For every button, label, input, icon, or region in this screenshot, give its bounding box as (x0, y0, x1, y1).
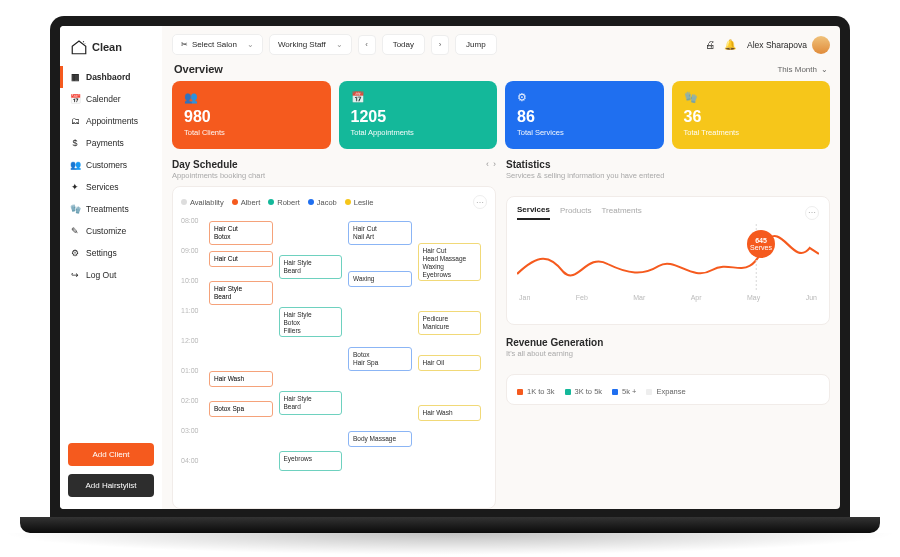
chip-text: Hair Style (284, 311, 338, 319)
chip-text: Hair Cut (214, 225, 268, 233)
month-dropdown[interactable]: This Month ⌄ (777, 65, 828, 74)
main: ✂ Select Salon ⌄ Working Staff ⌄ ‹ Today… (162, 26, 840, 509)
chip-text: Hair Oil (423, 359, 477, 367)
prev-day-button[interactable]: ‹ (358, 35, 376, 55)
appointment-chip[interactable]: Hair CutNail Art (348, 221, 412, 245)
chevron-down-icon: ⌄ (247, 40, 254, 49)
appointment-chip[interactable]: Hair StyleBeard (279, 391, 343, 415)
nav-icon: 👥 (70, 160, 80, 170)
add-client-button[interactable]: Add Client (68, 443, 154, 466)
stat-card: ⚙86Total Services (505, 81, 664, 149)
appointment-chip[interactable]: Hair StyleBeard (209, 281, 273, 305)
month-tick: Jan (519, 294, 530, 301)
schedule-next-button[interactable]: › (493, 159, 496, 169)
right-column: Statistics Services & selling informatio… (506, 159, 830, 509)
legend-item: Robert (268, 198, 300, 207)
month-tick: Feb (576, 294, 588, 301)
chip-text: Nail Art (353, 233, 407, 241)
next-day-button[interactable]: › (431, 35, 449, 55)
schedule-lane: Hair CutBotoxHair CutHair StyleBeardHair… (209, 215, 275, 485)
house-sparkle-icon (70, 38, 88, 56)
stats-tabs: ServicesProductsTreatments⋯ (517, 205, 819, 220)
card-value: 1205 (351, 108, 486, 126)
sidebar-item-calender[interactable]: 📅Calender (60, 88, 162, 110)
hour-label: 10:00 (181, 275, 207, 284)
appointment-chip[interactable]: Hair Wash (418, 405, 482, 421)
user-menu[interactable]: Alex Sharapova (747, 36, 830, 54)
legend-label: Jacob (317, 198, 337, 207)
day-schedule-section: Day Schedule Appointments booking chart … (172, 159, 496, 509)
sidebar-item-label: Appointments (86, 116, 138, 126)
appointment-chip[interactable]: Body Massage (348, 431, 412, 447)
sidebar-item-appointments[interactable]: 🗂Appointments (60, 110, 162, 132)
legend-swatch (565, 389, 571, 395)
legend-label: 5k + (622, 387, 636, 396)
chip-text: Botox Spa (214, 405, 268, 413)
appointment-chip[interactable]: PedicureManicure (418, 311, 482, 335)
logo: Clean (60, 34, 162, 66)
appointment-chip[interactable]: Botox Spa (209, 401, 273, 417)
appointment-chip[interactable]: Hair Wash (209, 371, 273, 387)
sidebar-item-label: Customize (86, 226, 126, 236)
schedule-box: AvailablityAlbertRobertJacobLeslie⋯ 08:0… (172, 186, 496, 509)
more-button[interactable]: ⋯ (473, 195, 487, 209)
chip-text: Beard (284, 403, 338, 411)
user-name: Alex Sharapova (747, 40, 807, 50)
schedule-prev-button[interactable]: ‹ (486, 159, 489, 169)
stat-cards: 👥980Total Clients📅1205Total Appointments… (172, 81, 830, 149)
appointment-chip[interactable]: Hair StyleBotoxFillers (279, 307, 343, 337)
sidebar-item-log-out[interactable]: ↪Log Out (60, 264, 162, 286)
more-button[interactable]: ⋯ (805, 206, 819, 220)
chip-text: Botox (353, 351, 407, 359)
bell-icon[interactable]: 🔔 (723, 38, 737, 52)
tab-treatments[interactable]: Treatments (602, 206, 642, 219)
sidebar-item-settings[interactable]: ⚙Settings (60, 242, 162, 264)
sidebar-item-customers[interactable]: 👥Customers (60, 154, 162, 176)
chevron-down-icon: ⌄ (821, 65, 828, 74)
nav-icon: 📅 (70, 94, 80, 104)
appointment-chip[interactable]: Hair StyleBeard (279, 255, 343, 279)
hour-label: 09:00 (181, 245, 207, 254)
stat-card: 👥980Total Clients (172, 81, 331, 149)
badge-label: Serves (750, 244, 772, 251)
sidebar-item-services[interactable]: ✦Services (60, 176, 162, 198)
tab-services[interactable]: Services (517, 205, 550, 220)
sidebar-item-customize[interactable]: ✎Customize (60, 220, 162, 242)
chip-text: Hair Cut (423, 247, 477, 255)
schedule-legend: AvailablityAlbertRobertJacobLeslie⋯ (181, 195, 487, 209)
schedule-subtitle: Appointments booking chart (172, 171, 265, 180)
add-hairstylist-button[interactable]: Add Hairstylist (68, 474, 154, 497)
appointment-chip[interactable]: Waxing (348, 271, 412, 287)
nav-icon: ✎ (70, 226, 80, 236)
card-value: 36 (684, 108, 819, 126)
chip-text: Hair Style (284, 259, 338, 267)
legend-label: Robert (277, 198, 300, 207)
print-icon[interactable]: 🖨 (703, 38, 717, 52)
appointment-chip[interactable]: BotoxHair Spa (348, 347, 412, 371)
revenue-legend-item: 1K to 3k (517, 387, 555, 396)
chip-text: Hair Cut (353, 225, 407, 233)
legend-swatch (517, 389, 523, 395)
appointment-chip[interactable]: Hair CutBotox (209, 221, 273, 245)
select-salon-dropdown[interactable]: ✂ Select Salon ⌄ (172, 34, 263, 55)
appointment-chip[interactable]: Hair CutHead MassageWaxingEyebrows (418, 243, 482, 281)
sidebar-item-dashbaord[interactable]: ▦Dashbaord (60, 66, 162, 88)
jump-button[interactable]: Jump (455, 34, 497, 55)
appointment-chip[interactable]: Hair Oil (418, 355, 482, 371)
hour-label: 03:00 (181, 425, 207, 434)
today-button[interactable]: Today (382, 34, 425, 55)
card-label: Total Services (517, 128, 652, 137)
sidebar-item-payments[interactable]: $Payments (60, 132, 162, 154)
working-staff-dropdown[interactable]: Working Staff ⌄ (269, 34, 352, 55)
sidebar-item-label: Dashbaord (86, 72, 130, 82)
nav-icon: ▦ (70, 72, 80, 82)
legend-label: Expanse (656, 387, 685, 396)
month-tick: May (747, 294, 760, 301)
tab-products[interactable]: Products (560, 206, 592, 219)
appointment-chip[interactable]: Hair Cut (209, 251, 273, 267)
appointment-chip[interactable]: Eyebrows (279, 451, 343, 471)
legend-item: Availablity (181, 198, 224, 207)
card-label: Total Appointments (351, 128, 486, 137)
revenue-box: 1K to 3k3K to 5k5k +Expanse (506, 374, 830, 405)
sidebar-item-treatments[interactable]: 🧤Treatments (60, 198, 162, 220)
